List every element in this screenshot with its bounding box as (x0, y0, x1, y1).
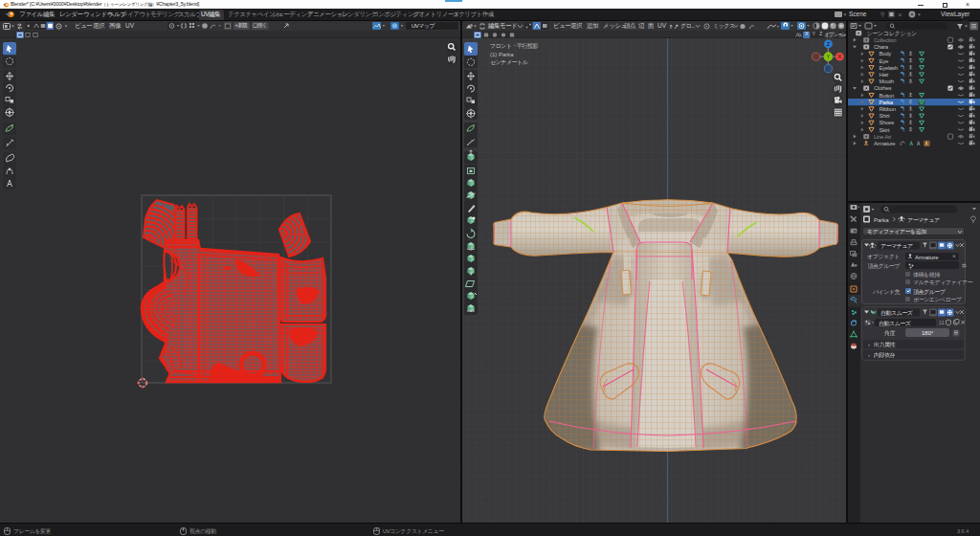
svg-text:Body: Body (880, 51, 892, 56)
svg-text:Collection: Collection (874, 37, 896, 43)
svg-text:Shirt: Shirt (880, 113, 890, 119)
svg-text:Eyelash: Eyelash (880, 65, 898, 71)
svg-text:Button: Button (880, 93, 895, 99)
svg-text:Chara: Chara (874, 44, 889, 50)
svg-text:Ribbon: Ribbon (880, 106, 896, 112)
svg-text:Skirt: Skirt (880, 127, 890, 133)
svg-text:X: X (838, 54, 842, 59)
svg-text:Eye: Eye (880, 58, 889, 64)
svg-text:Y: Y (827, 54, 831, 59)
svg-text:シーンコレクション: シーンコレクション (867, 31, 918, 36)
svg-text:Parka: Parka (880, 100, 894, 105)
svg-text:Clothes: Clothes (874, 85, 892, 91)
svg-text:Shoes: Shoes (880, 120, 895, 125)
svg-text:Armature: Armature (874, 141, 896, 146)
svg-text:Line Art: Line Art (874, 134, 892, 140)
svg-text:Mouth: Mouth (880, 78, 894, 84)
svg-text:Hair: Hair (880, 72, 889, 78)
svg-text:×: × (898, 11, 902, 18)
